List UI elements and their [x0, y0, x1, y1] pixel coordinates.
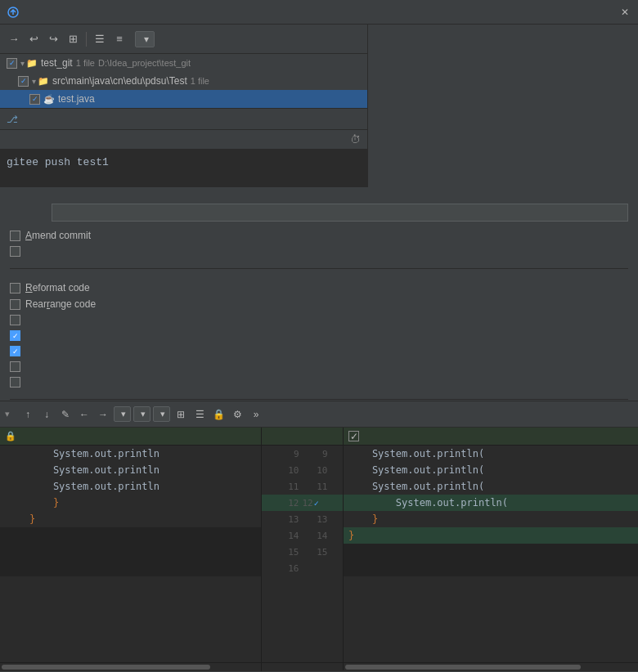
- right-line-10: System.out.println(: [344, 462, 638, 478]
- diff-next-button[interactable]: →: [95, 406, 111, 423]
- page-wrapper: ✕ → ↩ ↪ ⊞ ☰ ≡ ▾: [0, 0, 638, 672]
- reformat-code-label: Reformat code: [25, 282, 90, 293]
- divider-2: [10, 399, 628, 400]
- branch-bar: ⎇: [0, 109, 367, 130]
- close-button[interactable]: ✕: [618, 6, 631, 19]
- left-line-14: [0, 527, 261, 544]
- author-input[interactable]: [52, 204, 628, 222]
- hash-bar-right: ✓: [344, 428, 638, 446]
- left-line-10: System.out.println: [0, 462, 261, 478]
- diff-toolbar: ▾ ↑ ↓ ✎ ← → ▾ ▾ ▾ ⊞ ☰ 🔒 ⚙ »: [0, 401, 638, 428]
- commit-message-area: ⏱ gitee push test1: [0, 130, 367, 187]
- tree-item-test-java[interactable]: ✓ ☕ test.java: [0, 90, 367, 108]
- diff-left-code: System.out.println System.out.println Sy…: [0, 446, 262, 662]
- right-line-11: System.out.println(: [344, 478, 638, 495]
- top-section: → ↩ ↪ ⊞ ☰ ≡ ▾ ✓ ▾ 📁 te: [0, 25, 638, 401]
- side-by-side-dropdown[interactable]: ▾: [114, 406, 131, 422]
- your-version-checkbox[interactable]: ✓: [348, 431, 359, 441]
- diff-prev-button[interactable]: ←: [76, 406, 92, 423]
- analyze-code-checkbox[interactable]: ✓: [10, 330, 20, 341]
- test_git-path: D:\Idea_project\test_git: [98, 58, 191, 68]
- collapse-button[interactable]: ≡: [110, 30, 128, 48]
- highlight-dropdown[interactable]: ▾: [153, 406, 170, 422]
- center-13: 1313: [262, 511, 343, 527]
- left-line-13: }: [0, 511, 261, 527]
- diff-collapse-icon[interactable]: ▾: [5, 409, 10, 419]
- cleanup-row: [10, 361, 628, 372]
- divider-1: [10, 268, 628, 269]
- check-todo-row: ✓: [10, 346, 628, 356]
- arrow-right-button[interactable]: →: [5, 30, 23, 48]
- diff-section: ▾ ↑ ↓ ✎ ← → ▾ ▾ ▾ ⊞ ☰ 🔒 ⚙ »: [0, 401, 638, 670]
- diff-scroll-left[interactable]: [0, 663, 262, 671]
- diff-lock-button[interactable]: 🔒: [210, 406, 227, 423]
- amend-commit-row: Amend commit: [10, 230, 628, 241]
- branch-icon: ⎇: [7, 114, 18, 125]
- scrollbar-thumb-left[interactable]: [2, 665, 210, 670]
- author-row: [10, 204, 628, 222]
- java-icon: ☕: [43, 94, 55, 105]
- ignore-dropdown[interactable]: ▾: [133, 406, 151, 422]
- rearrange-code-row: Rearrange code: [10, 298, 628, 310]
- diff-more-button[interactable]: »: [248, 406, 264, 423]
- undo-button[interactable]: ↩: [25, 30, 43, 48]
- tree-checkbox-test_git[interactable]: ✓: [7, 58, 17, 69]
- tree-arrow-test_git: ▾: [20, 59, 25, 68]
- diff-settings-button-1[interactable]: ⊞: [173, 406, 189, 423]
- diff-gear-button[interactable]: ⚙: [229, 406, 245, 423]
- reformat-code-row: Reformat code: [10, 282, 628, 293]
- optimize-imports-checkbox[interactable]: [10, 315, 20, 325]
- right-line-16: [344, 560, 638, 576]
- reformat-code-checkbox[interactable]: [10, 283, 20, 293]
- left-line-11: System.out.println: [0, 478, 261, 495]
- file-tree: ✓ ▾ 📁 test_git 1 file D:\Idea_project\te…: [0, 54, 367, 109]
- left-line-12: }: [0, 495, 261, 511]
- right-line-15: [344, 544, 638, 560]
- commit-message-input[interactable]: gitee push test1: [0, 150, 367, 187]
- folder-icon: 📁: [26, 58, 38, 69]
- update-copyright-row: [10, 377, 628, 388]
- group-button[interactable]: ⊞: [64, 30, 82, 48]
- cleanup-checkbox[interactable]: [10, 361, 20, 372]
- tree-checkbox-src[interactable]: ✓: [18, 76, 29, 87]
- center-16: 16: [262, 560, 343, 576]
- app-icon: [7, 6, 20, 19]
- diff-settings-button-2[interactable]: ☰: [191, 406, 208, 423]
- right-line-12: System.out.println(: [344, 495, 638, 511]
- signoff-commit-row: [10, 246, 628, 257]
- check-todo-checkbox[interactable]: ✓: [10, 346, 20, 356]
- left-panel: → ↩ ↪ ⊞ ☰ ≡ ▾ ✓ ▾ 📁 te: [0, 25, 368, 187]
- hash-bar-center: [262, 428, 344, 446]
- update-copyright-checkbox[interactable]: [10, 377, 20, 388]
- tree-arrow-src: ▾: [32, 77, 36, 86]
- diff-scroll-right[interactable]: [344, 663, 638, 671]
- expand-button[interactable]: ☰: [91, 30, 109, 48]
- amend-commit-label: Amend commit: [25, 230, 91, 241]
- diff-scroll-center: [262, 663, 344, 670]
- diff-edit-button[interactable]: ✎: [57, 406, 74, 423]
- diff-panels: System.out.println System.out.println Sy…: [0, 446, 638, 662]
- center-14: 1414: [262, 527, 343, 544]
- signoff-commit-checkbox[interactable]: [10, 246, 20, 257]
- diff-header-row: 🔒 ✓: [0, 428, 638, 446]
- right-line-13: }: [344, 511, 638, 527]
- amend-commit-checkbox[interactable]: [10, 231, 20, 241]
- tree-item-test_git[interactable]: ✓ ▾ 📁 test_git 1 file D:\Idea_project\te…: [0, 54, 367, 72]
- tree-label-java: test.java: [58, 93, 95, 105]
- scrollbar-thumb-right[interactable]: [345, 665, 581, 670]
- src-count: 1 file: [191, 76, 209, 86]
- rearrange-code-checkbox[interactable]: [10, 299, 20, 310]
- test_git-count: 1 file: [76, 58, 95, 68]
- changelist-dropdown[interactable]: ▾: [135, 31, 155, 47]
- diff-right-code: System.out.println( System.out.println( …: [344, 446, 638, 662]
- left-line-15: [0, 544, 261, 560]
- right-panel: Amend commit Reformat code Rearrange cod…: [0, 187, 638, 421]
- toolbar-sep-1: [86, 32, 87, 47]
- tree-item-src[interactable]: ✓ ▾ 📁 src\main\java\cn\edu\pdsu\Test 1 f…: [0, 72, 367, 90]
- tree-checkbox-java[interactable]: ✓: [29, 94, 40, 105]
- redo-button[interactable]: ↪: [44, 30, 62, 48]
- diff-up-button[interactable]: ↑: [20, 406, 36, 423]
- center-11: 1111: [262, 478, 343, 495]
- diff-down-button[interactable]: ↓: [38, 406, 55, 423]
- clock-icon[interactable]: ⏱: [350, 133, 361, 146]
